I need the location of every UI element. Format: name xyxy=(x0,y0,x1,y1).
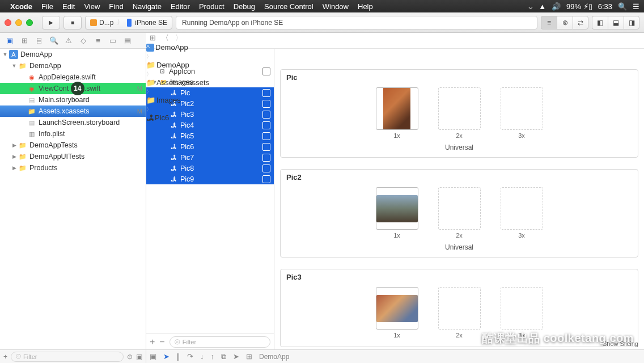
bottom-bar: + Filter ⊙ ▣ ▣ ➤ ‖ ↷ ↓ ↑ ⧉ ➤ ⊞ DemoApp xyxy=(0,349,644,363)
sboard-icon: ▤ xyxy=(27,95,36,104)
project-root[interactable]: ▼A DemoApp xyxy=(0,49,146,60)
image-slot-1x[interactable]: 1x xyxy=(376,287,418,339)
simulate-location-button[interactable]: ➤ xyxy=(233,352,239,361)
menu-product[interactable]: Product xyxy=(199,2,224,11)
debug-target-label[interactable]: DemoApp xyxy=(259,353,289,361)
jump-bar[interactable]: ⊞ 〈 〉 ADemoApp 〉 📁DemoApp 〉 📁Assets.xcas… xyxy=(146,33,644,49)
nav-item-demoapp[interactable]: ▼📁DemoApp xyxy=(0,60,146,71)
nav-item-demoapptests[interactable]: ▶📁DemoAppTests xyxy=(0,140,146,151)
menu-window[interactable]: Window xyxy=(323,2,349,11)
menu-find[interactable]: Find xyxy=(109,2,123,11)
project-navigator-icon[interactable]: ▣ xyxy=(2,33,17,48)
standard-editor-button[interactable]: ≡ xyxy=(541,16,557,29)
image-slot-3x[interactable]: 3x xyxy=(501,187,543,239)
close-window-button[interactable] xyxy=(5,19,11,26)
breakpoints-button[interactable]: ➤ xyxy=(163,352,170,361)
project-icon: A xyxy=(146,44,154,52)
nav-item-launchscreen-storyboard[interactable]: ▤LaunchScreen.storyboard xyxy=(0,117,146,128)
bluetooth-icon[interactable]: ⌵ xyxy=(528,2,533,11)
related-items-icon[interactable]: ⊞ xyxy=(150,33,156,42)
nav-item-appdelegate-swift[interactable]: ◉AppDelegate.swift xyxy=(0,71,146,83)
menu-edit[interactable]: Edit xyxy=(62,2,75,11)
issue-navigator-icon[interactable]: ⚠ xyxy=(61,33,76,48)
imageset-icon: 🏞 xyxy=(169,143,178,151)
scm-status-badge: M xyxy=(137,85,142,92)
pause-button[interactable]: ‖ xyxy=(176,352,180,361)
set-badge-icon xyxy=(262,143,270,151)
set-badge-icon xyxy=(262,164,270,172)
debug-navigator-icon[interactable]: ≡ xyxy=(91,33,105,48)
menu-app[interactable]: Xcode xyxy=(10,2,32,11)
navigator-filter-field[interactable]: Filter xyxy=(11,352,124,362)
find-navigator-icon[interactable]: 🔍 xyxy=(46,33,61,48)
hide-debug-button[interactable]: ▣ xyxy=(150,352,156,361)
image-slot-1x[interactable]: 1x xyxy=(376,187,418,239)
folder-icon: 📁 xyxy=(146,78,155,87)
minimize-window-button[interactable] xyxy=(15,19,22,26)
toggle-bottom-panel-button[interactable]: ⬓ xyxy=(608,16,624,29)
zoom-window-button[interactable] xyxy=(26,19,33,26)
recent-filter-icon[interactable]: ⊙ xyxy=(127,353,133,361)
scheme-device-label: iPhone SE xyxy=(135,19,167,27)
nav-item-products[interactable]: ▶📁Products xyxy=(0,162,146,174)
menu-debug[interactable]: Debug xyxy=(234,2,255,11)
menu-view[interactable]: View xyxy=(84,2,100,11)
symbol-navigator-icon[interactable]: ⌸ xyxy=(32,33,46,48)
activity-status: Running DemoApp on iPhone SE xyxy=(176,16,537,29)
nav-item-main-storyboard[interactable]: ▤Main.storyboard xyxy=(0,94,146,105)
nav-item-info-plist[interactable]: ▥Info.plist xyxy=(0,128,146,140)
asset-item-pic6[interactable]: 🏞Pic6 xyxy=(146,141,274,152)
menubar: Xcode File Edit View Find Navigate Edito… xyxy=(0,0,644,12)
forward-button[interactable]: 〉 xyxy=(175,33,183,42)
back-button[interactable]: 〈 xyxy=(162,33,169,42)
scheme-selector[interactable]: D...p 〉 iPhone SE xyxy=(85,16,172,29)
source-control-navigator-icon[interactable]: ⊞ xyxy=(17,33,32,48)
notification-center-icon[interactable]: ☰ xyxy=(633,2,639,11)
nav-item-assets-xcassets[interactable]: 📁Assets.xcassetsM xyxy=(0,105,146,117)
assets-icon: 📁 xyxy=(27,107,36,116)
menu-help[interactable]: Help xyxy=(358,2,373,11)
nav-item-viewcont[interactable]: ◉ViewCont14.swiftM xyxy=(0,83,146,94)
add-button[interactable]: + xyxy=(3,353,7,361)
report-navigator-icon[interactable]: ▤ xyxy=(120,33,135,48)
asset-item-pic9[interactable]: 🏞Pic9 xyxy=(146,174,274,184)
step-in-button[interactable]: ↓ xyxy=(200,352,204,361)
menu-editor[interactable]: Editor xyxy=(171,2,190,11)
menu-source-control[interactable]: Source Control xyxy=(264,2,313,11)
step-out-button[interactable]: ↑ xyxy=(211,352,215,361)
asset-item-pic8[interactable]: 🏞Pic8 xyxy=(146,163,274,174)
test-navigator-icon[interactable]: ◇ xyxy=(76,33,91,48)
card-title: Pic2 xyxy=(286,173,632,182)
wifi-icon[interactable]: ▲ xyxy=(539,2,546,11)
remove-asset-button[interactable]: − xyxy=(159,337,164,347)
image-slot-2x[interactable]: 2x xyxy=(438,287,481,339)
toggle-left-panel-button[interactable]: ◧ xyxy=(592,16,608,29)
project-navigator[interactable]: ▼A DemoApp ▼📁DemoApp◉AppDelegate.swift◉V… xyxy=(0,49,146,349)
debug-view-hierarchy-button[interactable]: ⧉ xyxy=(221,352,226,361)
version-editor-button[interactable]: ⇄ xyxy=(573,16,588,29)
breakpoint-navigator-icon[interactable]: ▭ xyxy=(105,33,120,48)
asset-filter-field[interactable]: Filter xyxy=(170,336,270,348)
menu-file[interactable]: File xyxy=(41,2,53,11)
toggle-right-panel-button[interactable]: ◨ xyxy=(624,16,639,29)
imageset-icon: 🏞 xyxy=(169,121,178,129)
volume-icon[interactable]: 🔊 xyxy=(552,2,561,11)
scm-filter-icon[interactable]: ▣ xyxy=(136,353,142,361)
asset-item-pic7[interactable]: 🏞Pic7 xyxy=(146,152,274,163)
toolbar: D...p 〉 iPhone SE Running DemoApp on iPh… xyxy=(0,12,644,33)
set-badge-icon xyxy=(262,154,270,162)
run-button[interactable] xyxy=(42,16,60,29)
add-asset-button[interactable]: + xyxy=(150,337,155,347)
clock[interactable]: 6:33 xyxy=(598,2,612,11)
assistant-editor-button[interactable]: ⊚ xyxy=(557,16,573,29)
spotlight-icon[interactable]: 🔍 xyxy=(618,2,627,11)
process-icon: ⊞ xyxy=(246,352,252,361)
menu-navigate[interactable]: Navigate xyxy=(133,2,162,11)
asset-card-pic2: Pic21x2x3xUniversal xyxy=(280,169,638,258)
stop-button[interactable] xyxy=(63,16,82,29)
step-over-button[interactable]: ↷ xyxy=(187,352,193,361)
asset-item-pic5[interactable]: 🏞Pic5 xyxy=(146,130,274,141)
swift-icon: ◉ xyxy=(27,84,36,93)
nav-item-demoappuitests[interactable]: ▶📁DemoAppUITests xyxy=(0,151,146,162)
image-slot-2x[interactable]: 2x xyxy=(438,187,481,239)
